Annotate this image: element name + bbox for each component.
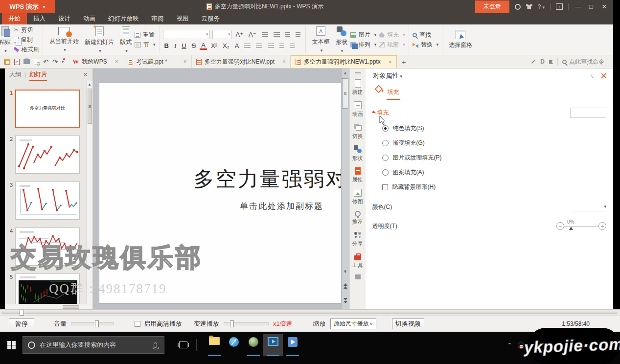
superscript-button[interactable]: X² bbox=[209, 42, 219, 49]
fill-tab[interactable]: 填充 bbox=[387, 87, 400, 100]
taskbar-app-player-active[interactable] bbox=[263, 334, 283, 356]
start-button[interactable] bbox=[0, 334, 23, 356]
increase-font-button[interactable]: A⁺ bbox=[234, 31, 245, 38]
align-center-icon[interactable] bbox=[256, 44, 262, 44]
undo-icon[interactable]: ↶ bbox=[43, 59, 48, 65]
seek-track[interactable] bbox=[2, 312, 617, 314]
highlight-button[interactable]: A bbox=[233, 42, 241, 49]
font-name-select[interactable] bbox=[163, 30, 210, 39]
next-slide-button[interactable] bbox=[342, 298, 349, 303]
option-gradient-fill[interactable]: 渐变填充(G) bbox=[382, 139, 614, 147]
doc-tab-new1-active[interactable]: 多空力量强弱对比NEW1.pptx × bbox=[291, 55, 397, 68]
taskbar-app-browser[interactable] bbox=[224, 334, 244, 356]
export-pdf-icon[interactable]: P bbox=[14, 59, 20, 65]
switch-video-button[interactable]: 切换视频 bbox=[392, 318, 424, 329]
outline-tab[interactable]: 大纲 bbox=[9, 70, 21, 79]
italic-button[interactable]: I bbox=[173, 42, 178, 50]
radio-icon[interactable] bbox=[382, 125, 389, 132]
upload-icon[interactable]: ↑ bbox=[556, 3, 563, 10]
tab-home[interactable]: 开始 bbox=[2, 13, 27, 24]
doc-tab-new[interactable]: 多空力量强弱对比NEW.ppt × bbox=[192, 55, 291, 68]
selection-pane-button[interactable]: 选择窗格 bbox=[446, 26, 475, 53]
seek-handle[interactable] bbox=[20, 310, 24, 316]
dock-item-shape[interactable]: 形状 bbox=[352, 145, 363, 162]
skin-icon[interactable] bbox=[526, 4, 532, 9]
checkbox-icon[interactable] bbox=[382, 184, 388, 190]
indent-increase-icon[interactable] bbox=[296, 32, 300, 33]
slide-title[interactable]: 多空力量强弱对比 bbox=[99, 165, 341, 193]
slide-thumbnail-box[interactable]: 多空力量强弱对比 bbox=[15, 90, 80, 128]
strikethrough-button[interactable]: S bbox=[190, 42, 198, 49]
scrollbar-thumb[interactable] bbox=[63, 305, 79, 309]
shapes-button[interactable]: 形状 bbox=[333, 26, 350, 53]
help-icon[interactable]: ? bbox=[538, 4, 545, 10]
bold-button[interactable]: B bbox=[163, 42, 170, 49]
wps-app-menu-button[interactable]: WPS 演示 bbox=[0, 0, 55, 13]
dock-item-tools[interactable]: 工具 bbox=[352, 253, 363, 269]
slide-thumbnail-box[interactable] bbox=[15, 182, 80, 220]
font-size-select[interactable] bbox=[212, 30, 232, 39]
pause-button[interactable]: 暂停 bbox=[9, 318, 34, 329]
align-left-icon[interactable] bbox=[244, 44, 251, 44]
option-solid-fill[interactable]: 纯色填充(S) bbox=[382, 124, 614, 133]
tab-slideshow[interactable]: 幻灯片放映 bbox=[102, 13, 145, 24]
speed-slider[interactable] bbox=[224, 322, 269, 325]
expand-panel-icon[interactable]: ↔ bbox=[588, 71, 597, 80]
scrollbar-thumb[interactable] bbox=[88, 89, 92, 124]
dock-item-upload-image[interactable]: 传图 bbox=[352, 189, 363, 205]
dock-item-animation[interactable]: 动画 bbox=[352, 101, 363, 118]
decrease-transparency-button[interactable]: − bbox=[556, 222, 564, 230]
zoom-mode-select[interactable]: 原始尺寸播放 bbox=[330, 318, 376, 329]
fill-preview-swatch[interactable] bbox=[570, 108, 606, 118]
dock-item-properties[interactable]: 属性 bbox=[352, 167, 363, 183]
tab-insert[interactable]: 插入 bbox=[27, 13, 52, 24]
canvas-scrollbar[interactable]: ▲ ▼ bbox=[341, 68, 349, 309]
sidebar-hscrollbar[interactable] bbox=[5, 304, 92, 309]
taskbar-app-potplayer[interactable] bbox=[283, 334, 302, 356]
outline-button[interactable]: 轮廓 bbox=[379, 41, 405, 49]
paste-button[interactable]: 粘贴 bbox=[0, 26, 14, 53]
scroll-up-icon[interactable]: ▲ bbox=[88, 82, 92, 87]
seek-bar[interactable] bbox=[0, 310, 620, 316]
arrange-button[interactable]: 排列 bbox=[350, 41, 377, 49]
option-hide-background[interactable]: 隐藏背景图形(H) bbox=[382, 183, 614, 191]
subscript-button[interactable]: X₂ bbox=[221, 42, 231, 49]
close-panel-icon[interactable]: ✕ bbox=[83, 71, 88, 78]
print-icon[interactable] bbox=[23, 59, 30, 64]
doc-tab-exam[interactable]: 考试题.ppt * × bbox=[123, 55, 192, 68]
close-panel-icon[interactable]: ✕ bbox=[598, 72, 609, 80]
new-slide-button[interactable]: 新建幻灯片 bbox=[82, 26, 117, 53]
microphone-icon[interactable] bbox=[154, 342, 157, 348]
tab-animation[interactable]: 动画 bbox=[77, 13, 102, 24]
copy-button[interactable]: 复制 bbox=[14, 36, 39, 44]
qq-tray-icon[interactable] bbox=[518, 341, 524, 349]
picture-button[interactable]: 图片 bbox=[350, 31, 377, 39]
tab-review[interactable]: 审阅 bbox=[145, 13, 170, 24]
color-dropdown[interactable] bbox=[573, 203, 606, 211]
bullet-list-icon[interactable] bbox=[262, 32, 268, 33]
line-spacing-icon[interactable] bbox=[290, 44, 295, 44]
radio-icon[interactable] bbox=[382, 140, 389, 146]
close-tab-icon[interactable]: × bbox=[115, 58, 118, 65]
customize-toolbar-icon[interactable]: ▾ bbox=[62, 59, 64, 64]
hd-checkbox[interactable] bbox=[135, 321, 140, 327]
scroll-down-icon[interactable]: ▼ bbox=[342, 269, 349, 274]
numbered-list-icon[interactable] bbox=[274, 32, 280, 33]
dock-item-recommend[interactable]: 推荐 bbox=[352, 211, 363, 226]
align-right-icon[interactable] bbox=[268, 44, 274, 44]
format-painter-button[interactable]: 格式刷 bbox=[14, 46, 39, 54]
scrollbar-thumb[interactable] bbox=[342, 78, 348, 109]
print-preview-icon[interactable] bbox=[34, 59, 39, 65]
option-picture-fill[interactable]: 图片或纹理填充(P) bbox=[382, 154, 614, 162]
new-tab-button[interactable]: + bbox=[397, 55, 411, 68]
indent-decrease-icon[interactable] bbox=[285, 32, 290, 33]
close-button[interactable]: ✕ bbox=[600, 3, 608, 10]
flag-icon[interactable] bbox=[549, 60, 553, 64]
taskbar-app-explorer[interactable] bbox=[205, 334, 224, 356]
cut-button[interactable]: 剪切 bbox=[14, 26, 39, 34]
reset-button[interactable]: 重置 bbox=[135, 31, 156, 39]
tab-cloud[interactable]: 云服务 bbox=[195, 13, 227, 24]
fill-section-header[interactable]: 填充 bbox=[372, 108, 607, 118]
decrease-font-button[interactable]: A⁻ bbox=[247, 31, 258, 38]
taskbar-search-box[interactable]: 在这里输入你要搜索的内容 bbox=[23, 336, 164, 354]
